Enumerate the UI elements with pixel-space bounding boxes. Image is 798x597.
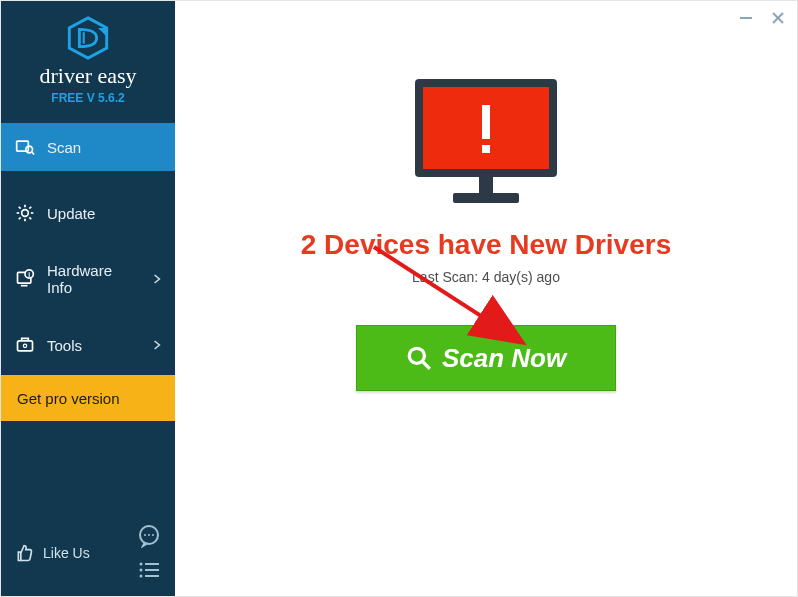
svg-point-22 <box>23 344 26 347</box>
svg-rect-36 <box>453 193 519 203</box>
svg-line-7 <box>32 152 34 155</box>
brand-block: driver easy FREE V 5.6.2 <box>1 1 175 115</box>
feedback-button[interactable] <box>137 524 161 548</box>
thumbs-up-icon <box>15 543 35 563</box>
svg-rect-37 <box>482 105 490 139</box>
scan-now-label: Scan Now <box>442 343 566 374</box>
sidebar-item-label: Hardware Info <box>47 262 141 296</box>
sidebar-item-label: Tools <box>47 337 82 354</box>
sidebar-menu: Scan Update i <box>1 123 175 421</box>
get-pro-label: Get pro version <box>17 390 120 407</box>
sidebar-item-hardware-info[interactable]: i Hardware Info <box>1 255 175 303</box>
scan-now-button[interactable]: Scan Now <box>356 325 616 391</box>
scan-icon <box>15 137 35 157</box>
list-menu-icon <box>137 558 161 582</box>
svg-point-29 <box>140 569 143 572</box>
sidebar-item-tools[interactable]: Tools <box>1 321 175 369</box>
svg-point-26 <box>152 534 154 536</box>
like-us-label: Like Us <box>43 545 90 561</box>
svg-rect-35 <box>479 177 493 193</box>
sidebar-item-update[interactable]: Update <box>1 189 175 237</box>
get-pro-button[interactable]: Get pro version <box>1 375 175 421</box>
status-headline: 2 Devices have New Drivers <box>301 229 671 261</box>
sidebar-footer: Like Us <box>1 510 175 596</box>
menu-button[interactable] <box>137 558 161 582</box>
sidebar: driver easy FREE V 5.6.2 Scan <box>1 1 175 596</box>
svg-point-24 <box>144 534 146 536</box>
alert-monitor-icon <box>401 73 571 213</box>
svg-point-31 <box>140 575 143 578</box>
chevron-right-icon <box>153 337 161 354</box>
app-window: driver easy FREE V 5.6.2 Scan <box>0 0 798 597</box>
svg-line-13 <box>19 207 21 209</box>
like-us-button[interactable]: Like Us <box>15 543 90 563</box>
svg-marker-4 <box>98 28 107 37</box>
svg-point-27 <box>140 563 143 566</box>
speech-bubble-icon <box>137 524 161 548</box>
svg-line-40 <box>422 361 430 369</box>
hardware-info-icon: i <box>15 269 35 289</box>
sidebar-item-scan[interactable]: Scan <box>1 123 175 171</box>
footer-icons <box>137 524 161 582</box>
last-scan-text: Last Scan: 4 day(s) ago <box>412 269 560 285</box>
sidebar-item-label: Update <box>47 205 95 222</box>
svg-point-39 <box>409 348 424 363</box>
search-icon <box>406 345 432 371</box>
svg-text:i: i <box>28 271 30 278</box>
svg-point-25 <box>148 534 150 536</box>
svg-point-8 <box>22 210 29 217</box>
app-logo-icon <box>65 15 111 61</box>
main-panel: 2 Devices have New Drivers Last Scan: 4 … <box>175 1 797 596</box>
svg-rect-21 <box>18 341 33 351</box>
tools-icon <box>15 335 35 355</box>
sidebar-item-label: Scan <box>47 139 81 156</box>
svg-rect-38 <box>482 145 490 153</box>
svg-line-14 <box>29 217 31 219</box>
svg-line-15 <box>19 217 21 219</box>
chevron-right-icon <box>153 271 161 288</box>
brand-version: FREE V 5.6.2 <box>51 91 124 105</box>
svg-line-16 <box>29 207 31 209</box>
gear-icon <box>15 203 35 223</box>
brand-name: driver easy <box>39 63 136 89</box>
